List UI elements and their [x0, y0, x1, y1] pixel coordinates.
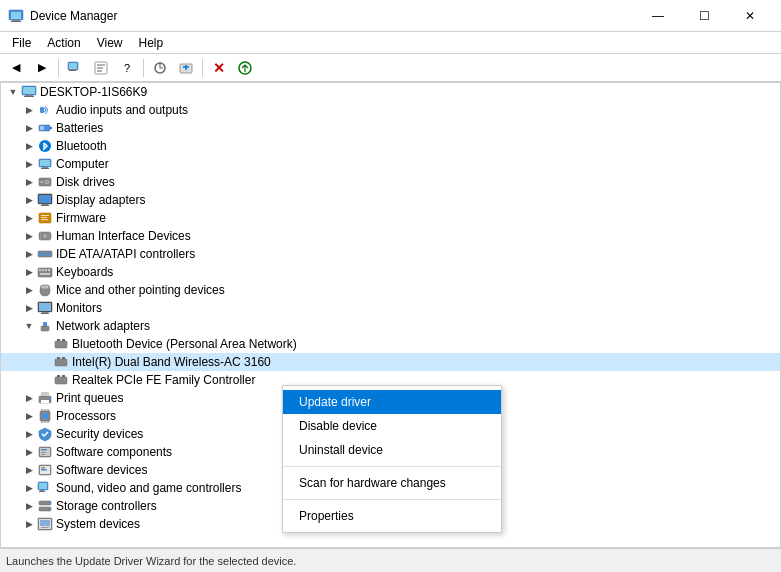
expander-software-dev[interactable]: ▶: [21, 462, 37, 478]
expander-print[interactable]: ▶: [21, 390, 37, 406]
svg-rect-44: [40, 232, 41, 240]
svg-rect-82: [42, 413, 48, 419]
context-menu-disable-device[interactable]: Disable device: [283, 414, 501, 438]
close-button[interactable]: ✕: [727, 0, 773, 32]
computer-icon: [21, 84, 37, 100]
menu-view[interactable]: View: [89, 34, 131, 52]
expander-security[interactable]: ▶: [21, 426, 37, 442]
context-menu-sep-1: [283, 466, 501, 467]
svg-rect-50: [48, 252, 50, 256]
tree-item-network[interactable]: ▼ Network adapters: [1, 317, 780, 335]
tree-item-computer[interactable]: ▶ Computer: [1, 155, 780, 173]
svg-rect-74: [55, 377, 67, 384]
context-menu-update-driver[interactable]: Update driver: [283, 390, 501, 414]
tree-item-bluetooth[interactable]: ▶ Bluetooth: [1, 137, 780, 155]
window-title: Device Manager: [30, 9, 635, 23]
back-button[interactable]: ◀: [4, 57, 28, 79]
system-label: System devices: [56, 517, 140, 531]
tree-item-disk[interactable]: ▶ Disk drives: [1, 173, 780, 191]
mice-label: Mice and other pointing devices: [56, 283, 225, 297]
menu-action[interactable]: Action: [39, 34, 88, 52]
svg-rect-49: [45, 252, 47, 256]
svg-rect-21: [40, 107, 44, 113]
context-menu-properties[interactable]: Properties: [283, 504, 501, 528]
menu-help[interactable]: Help: [131, 34, 172, 52]
expander-software-comp[interactable]: ▶: [21, 444, 37, 460]
device-manager-button[interactable]: [63, 57, 87, 79]
expander-audio[interactable]: ▶: [21, 102, 37, 118]
svg-rect-109: [41, 527, 49, 528]
tree-item-root[interactable]: ▼ DESKTOP-1IS66K9: [1, 83, 780, 101]
expander-mice[interactable]: ▶: [21, 282, 37, 298]
menu-file[interactable]: File: [4, 34, 39, 52]
help-button[interactable]: ?: [115, 57, 139, 79]
tree-item-monitors[interactable]: ▶ Monitors: [1, 299, 780, 317]
print-icon: [37, 390, 53, 406]
svg-rect-65: [43, 322, 47, 326]
tree-item-firmware[interactable]: ▶ Firmware: [1, 209, 780, 227]
tree-item-display[interactable]: ▶ Display adapters: [1, 191, 780, 209]
uninstall-button[interactable]: ✕: [207, 57, 231, 79]
svg-rect-54: [45, 269, 47, 271]
tree-item-hid[interactable]: ▶ Human Interface Devices: [1, 227, 780, 245]
svg-rect-52: [39, 269, 41, 271]
expander-ide[interactable]: ▶: [21, 246, 37, 262]
svg-rect-68: [55, 341, 67, 348]
tree-item-keyboards[interactable]: ▶ Keyboards: [1, 263, 780, 281]
expander-storage[interactable]: ▶: [21, 498, 37, 514]
forward-button[interactable]: ▶: [30, 57, 54, 79]
svg-rect-75: [57, 375, 60, 377]
svg-rect-70: [62, 339, 65, 341]
svg-rect-23: [50, 127, 52, 129]
tree-item-audio[interactable]: ▶ Audio inputs and outputs: [1, 101, 780, 119]
tree-item-intel-wifi[interactable]: ▶ Intel(R) Dual Band Wireless-AC 3160: [1, 353, 780, 371]
keyboard-icon: [37, 264, 53, 280]
expander-processors[interactable]: ▶: [21, 408, 37, 424]
toolbar-sep-2: [143, 59, 144, 77]
expander-disk[interactable]: ▶: [21, 174, 37, 190]
expander-display[interactable]: ▶: [21, 192, 37, 208]
expander-hid[interactable]: ▶: [21, 228, 37, 244]
context-menu: Update driver Disable device Uninstall d…: [282, 385, 502, 533]
maximize-button[interactable]: ☐: [681, 0, 727, 32]
expander-monitors[interactable]: ▶: [21, 300, 37, 316]
app-icon: [8, 8, 24, 24]
svg-point-25: [39, 140, 51, 152]
expander-firmware[interactable]: ▶: [21, 210, 37, 226]
bluetooth-label: Bluetooth: [56, 139, 107, 153]
svg-rect-97: [41, 469, 47, 471]
properties-button[interactable]: [89, 57, 113, 79]
context-menu-uninstall-device[interactable]: Uninstall device: [283, 438, 501, 462]
tree-item-batteries[interactable]: ▶ Batteries: [1, 119, 780, 137]
expander-bluetooth[interactable]: ▶: [21, 138, 37, 154]
expander-batteries[interactable]: ▶: [21, 120, 37, 136]
scan-button[interactable]: [148, 57, 172, 79]
svg-point-105: [48, 508, 50, 510]
expander-root[interactable]: ▼: [5, 84, 21, 100]
network-label: Network adapters: [56, 319, 150, 333]
svg-rect-79: [41, 400, 49, 403]
svg-rect-3: [11, 21, 21, 22]
context-menu-sep-2: [283, 499, 501, 500]
tree-item-bt-device[interactable]: ▶ Bluetooth Device (Personal Area Networ…: [1, 335, 780, 353]
minimize-button[interactable]: —: [635, 0, 681, 32]
toolbar: ◀ ▶ ? ✕: [0, 54, 781, 82]
svg-rect-63: [41, 313, 49, 314]
disk-label: Disk drives: [56, 175, 115, 189]
context-menu-scan-hardware[interactable]: Scan for hardware changes: [283, 471, 501, 495]
svg-rect-61: [39, 303, 51, 311]
tree-item-ide[interactable]: ▶ IDE ATA/ATAPI controllers: [1, 245, 780, 263]
svg-rect-53: [42, 269, 44, 271]
audio-icon: [37, 102, 53, 118]
svg-point-32: [46, 181, 48, 183]
update-driver-toolbar-button[interactable]: [233, 57, 257, 79]
expander-computer[interactable]: ▶: [21, 156, 37, 172]
tree-item-mice[interactable]: ▶ Mice and other pointing devices: [1, 281, 780, 299]
expander-system[interactable]: ▶: [21, 516, 37, 532]
expander-network[interactable]: ▼: [21, 318, 37, 334]
expander-sound[interactable]: ▶: [21, 480, 37, 496]
hid-label: Human Interface Devices: [56, 229, 191, 243]
expander-keyboards[interactable]: ▶: [21, 264, 37, 280]
sound-icon: [37, 480, 53, 496]
add-hardware-button[interactable]: [174, 57, 198, 79]
